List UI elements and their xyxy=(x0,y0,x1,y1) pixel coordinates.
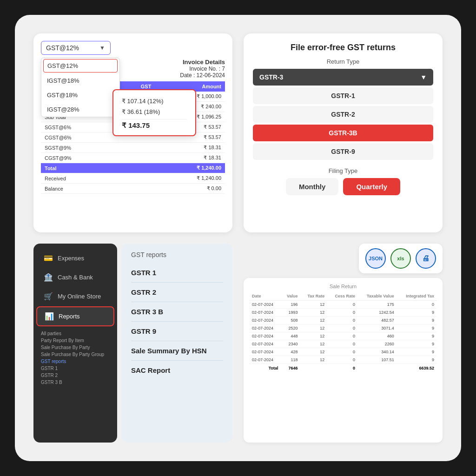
balance-label: Balance xyxy=(41,184,116,194)
return-type-gstr3b[interactable]: GSTR-3B xyxy=(253,125,433,141)
xls-icon: xls xyxy=(397,256,404,261)
sidebar: 💳 Expenses 🏦 Cash & Bank 🛒 My Online Sto… xyxy=(33,244,117,443)
json-icon: JSON xyxy=(369,256,383,261)
main-container: GST@12% IGST@18% GST@18% IGST@28% ▼ GST@… xyxy=(15,15,461,461)
col-cess-rate: Cess Rate xyxy=(327,292,358,301)
gst-popup: ₹ 107.14 (12%) ₹ 36.61 (18%) ₹ 143.75 xyxy=(112,89,196,136)
table-row: 02-07-202425201203071.49 xyxy=(249,324,437,332)
return-type-list: GSTR-3 ▼ GSTR-1 GSTR-2 GSTR-3B GSTR-9 xyxy=(253,69,433,160)
expenses-icon: 💳 xyxy=(44,254,53,263)
gst-report-item-gstr1[interactable]: GSTR 1 xyxy=(131,263,223,283)
table-row: 02-07-202419931201242.549 xyxy=(249,309,437,317)
col-integrated-tax: Integrated Tax xyxy=(397,292,437,301)
quarterly-button[interactable]: Quarterly xyxy=(343,178,400,195)
return-type-gstr2[interactable]: GSTR-2 xyxy=(253,106,433,123)
table-row: Received ₹ 1,240.00 xyxy=(41,173,225,184)
total-amount: ₹ 1,240.00 xyxy=(155,163,225,173)
footer-value: 7646 xyxy=(281,364,301,373)
gst-dropdown-menu: GST@12% IGST@18% GST@18% IGST@28% xyxy=(41,58,120,117)
sgst9-label: SGST@9% xyxy=(41,143,116,153)
gst-report-item-hsn[interactable]: Sale Summary By HSN xyxy=(131,341,223,361)
balance-gst xyxy=(116,184,155,194)
bottom-left-section: 💳 Expenses 🏦 Cash & Bank 🛒 My Online Sto… xyxy=(33,244,232,443)
cgst9-gst xyxy=(116,153,155,163)
return-type-gstr1[interactable]: GSTR-1 xyxy=(253,87,433,104)
export-icons-row: JSON xls 🖨 xyxy=(359,244,443,273)
sidebar-item-label: Reports xyxy=(59,313,80,320)
total-label: Total xyxy=(41,163,116,173)
received-gst xyxy=(116,173,155,184)
bottom-right-section: JSON xls 🖨 Sale Return Date Value Tax Ra… xyxy=(244,244,443,443)
mini-list-item: Party Report By Item xyxy=(41,337,110,344)
gst-popup-total: ₹ 143.75 xyxy=(122,119,187,130)
gst-dropdown-row: GST@12% IGST@18% GST@18% IGST@28% ▼ GST@… xyxy=(41,41,225,55)
mini-list-item-gst: GST reports xyxy=(41,358,110,365)
gst-reports-title: GST reports xyxy=(131,251,223,258)
sidebar-item-reports[interactable]: 📊 Reports xyxy=(36,306,114,326)
gst-report-item-gstr3b[interactable]: GSTR 3 B xyxy=(131,302,223,322)
table-row: SGST@9% ₹ 18.31 xyxy=(41,143,225,153)
gst-report-item-sac[interactable]: SAC Report xyxy=(131,361,223,380)
dropdown-item-igst28[interactable]: IGST@28% xyxy=(41,102,119,117)
balance-amount: ₹ 0.00 xyxy=(155,184,225,194)
gstr3-chevron-icon: ▼ xyxy=(420,73,427,81)
footer-label: Total xyxy=(249,364,281,373)
cgst9-label: CGST@9% xyxy=(41,153,116,163)
sidebar-item-label: My Online Store xyxy=(58,293,101,300)
json-export-button[interactable]: JSON xyxy=(365,248,386,269)
col-date: Date xyxy=(249,292,281,301)
xls-export-button[interactable]: xls xyxy=(390,248,411,269)
received-label: Received xyxy=(41,173,116,184)
footer-taxable xyxy=(358,364,397,373)
return-type-gstr3[interactable]: GSTR-3 ▼ xyxy=(253,69,433,86)
sgst9-gst xyxy=(116,143,155,153)
table-row: 02-07-20241961201750 xyxy=(249,301,437,309)
cgst9-amount: ₹ 18.31 xyxy=(155,153,225,163)
total-gst xyxy=(116,163,155,173)
return-type-label: Return Type xyxy=(253,58,433,65)
footer-tax xyxy=(301,364,328,373)
col-value: Value xyxy=(281,292,301,301)
filing-type-row: Monthly Quarterly xyxy=(253,178,433,195)
table-row: 02-07-20244481204609 xyxy=(249,332,437,340)
return-type-gstr9[interactable]: GSTR-9 xyxy=(253,143,433,160)
table-row: CGST@9% ₹ 18.31 xyxy=(41,153,225,163)
sidebar-item-label: Expenses xyxy=(58,255,84,262)
table-footer-row: Total 7646 0 6639.52 xyxy=(249,364,437,373)
dropdown-item-igst18a[interactable]: IGST@18% xyxy=(41,73,119,88)
data-table-card: Sale Return Date Value Tax Rate Cess Rat… xyxy=(244,278,443,443)
dropdown-item-gst18[interactable]: GST@18% xyxy=(41,88,119,102)
cgst6-label: CGST@6% xyxy=(41,132,116,143)
gst-report-item-gstr9[interactable]: GSTR 9 xyxy=(131,322,223,341)
invoice-card: GST@12% IGST@18% GST@18% IGST@28% ▼ GST@… xyxy=(33,33,232,232)
dropdown-item-gst12[interactable]: GST@12% xyxy=(43,59,118,73)
footer-cess: 0 xyxy=(327,364,358,373)
sidebar-item-label: Cash & Bank xyxy=(58,274,93,281)
sidebar-item-cash-bank[interactable]: 🏦 Cash & Bank xyxy=(36,268,114,286)
gst-popup-item2: ₹ 36.61 (18%) xyxy=(122,106,187,117)
bank-icon: 🏦 xyxy=(44,273,53,282)
gstr3-label: GSTR-3 xyxy=(259,73,283,81)
gst-dropdown[interactable]: GST@12% IGST@18% GST@18% IGST@28% xyxy=(41,41,111,55)
print-icon: 🖨 xyxy=(422,254,430,263)
table-row: Balance ₹ 0.00 xyxy=(41,184,225,194)
store-icon: 🛒 xyxy=(44,292,53,301)
sidebar-item-expenses[interactable]: 💳 Expenses xyxy=(36,249,114,267)
total-row: Total ₹ 1,240.00 xyxy=(41,163,225,173)
mini-list-item: All parties xyxy=(41,330,110,337)
monthly-button[interactable]: Monthly xyxy=(286,178,339,195)
gst-popup-item1: ₹ 107.14 (12%) xyxy=(122,96,187,106)
mini-list-item-gstr2: GSTR 2 xyxy=(41,372,110,379)
table-row: 02-07-2024118120107.519 xyxy=(249,356,437,364)
table-row: 02-07-2024508120482.579 xyxy=(249,317,437,324)
mini-list-item: Sale Purchase By Party Group xyxy=(41,351,110,358)
sgst9-amount: ₹ 18.31 xyxy=(155,143,225,153)
print-button[interactable]: 🖨 xyxy=(416,248,436,269)
reports-icon: 📊 xyxy=(45,312,54,321)
gst-report-item-gstr2[interactable]: GSTR 2 xyxy=(131,283,223,302)
mini-list-item-gstr3b: GSTR 3 B xyxy=(41,379,110,386)
mini-list-item: Sale Purchase By Party xyxy=(41,344,110,351)
sidebar-item-online-store[interactable]: 🛒 My Online Store xyxy=(36,287,114,305)
gst-returns-title: File error-free GST returns xyxy=(253,43,433,53)
col-tax-rate: Tax Rate xyxy=(301,292,328,301)
